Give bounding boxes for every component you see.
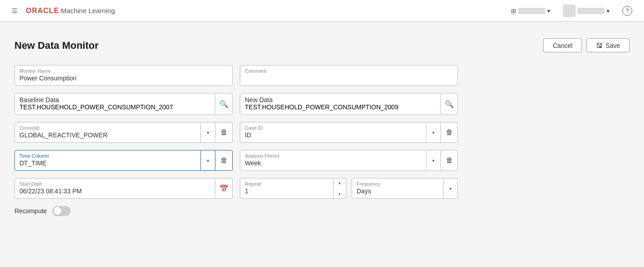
baseline-data-field: Baseline Data bbox=[14, 93, 215, 115]
analysis-period-value: Week bbox=[245, 159, 261, 167]
header-actions: Cancel 🖫 Save bbox=[543, 38, 630, 52]
recompute-label: Recompute bbox=[14, 207, 47, 215]
header-right: ⊞ ▾ ▾ ? bbox=[508, 3, 635, 19]
baseline-data-label: Baseline Data bbox=[19, 96, 59, 103]
page-title: New Data Monitor bbox=[14, 40, 99, 52]
header-left: ☰ ORACLE Machine Learning bbox=[9, 5, 115, 16]
monitor-name-label: Monitor Name bbox=[19, 68, 228, 74]
trash-icon: 🗑 bbox=[446, 156, 453, 164]
recompute-toggle[interactable] bbox=[52, 206, 71, 216]
case-id-delete-button[interactable]: 🗑 bbox=[441, 122, 458, 143]
start-date-group: Start Date 06/22/23 08:41:33 PM 📅 bbox=[14, 178, 233, 199]
frequency-group: Frequency Days ▾ bbox=[352, 178, 458, 199]
toggle-thumb bbox=[53, 207, 62, 215]
save-icon: 🖫 bbox=[596, 42, 603, 49]
repeat-field-inner: Repeat 1 bbox=[240, 178, 334, 199]
search-icon: 🔍 bbox=[219, 100, 229, 108]
chevron-down-icon: ▾ bbox=[432, 130, 434, 135]
analysis-period-group: Analysis Period Week ▾ 🗑 bbox=[240, 150, 458, 171]
repeat-spinners: ▾ ▴ bbox=[334, 178, 346, 199]
user-profile-button[interactable]: ▾ bbox=[560, 3, 612, 19]
calendar-button[interactable]: 📅 bbox=[215, 178, 233, 199]
save-button[interactable]: 🖫 Save bbox=[587, 38, 630, 52]
frequency-value: Days bbox=[357, 187, 371, 195]
baseline-data-group: Baseline Data 🔍 bbox=[14, 93, 233, 115]
page-header: New Data Monitor Cancel 🖫 Save bbox=[14, 38, 630, 52]
case-id-field: Case ID ID bbox=[240, 122, 426, 143]
time-column-group: Time Column DT_TIME ▾ 🗑 bbox=[14, 150, 233, 171]
analysis-period-dropdown-button[interactable]: ▾ bbox=[426, 150, 441, 171]
case-id-value: ID bbox=[245, 131, 251, 139]
oracle-logo: ORACLE Machine Learning bbox=[26, 7, 115, 15]
crosstab-delete-button[interactable]: 🗑 bbox=[215, 122, 233, 143]
baseline-data-input[interactable] bbox=[19, 103, 210, 111]
repeat-decrement-button[interactable]: ▾ bbox=[334, 178, 346, 188]
chevron-up-icon: ▴ bbox=[339, 191, 341, 196]
app-header: ☰ ORACLE Machine Learning ⊞ ▾ ▾ ? bbox=[0, 0, 644, 22]
comment-label: Comment bbox=[245, 68, 453, 74]
main-content: New Data Monitor Cancel 🖫 Save Monitor N… bbox=[0, 28, 644, 227]
search-icon: 🔍 bbox=[445, 100, 454, 108]
crosstab-label: Crosstab bbox=[19, 125, 196, 131]
chevron-down-icon: ▾ bbox=[432, 158, 434, 163]
analysis-period-field: Analysis Period Week bbox=[240, 150, 426, 171]
recompute-row: Recompute bbox=[14, 206, 630, 216]
trash-icon: 🗑 bbox=[220, 128, 228, 136]
case-id-dropdown-button[interactable]: ▾ bbox=[426, 122, 441, 143]
new-data-input[interactable] bbox=[245, 103, 436, 111]
apps-button[interactable]: ⊞ ▾ bbox=[508, 5, 553, 16]
repeat-freq-group: Repeat 1 ▾ ▴ Frequency Days bbox=[240, 178, 458, 199]
apps-icon: ⊞ bbox=[511, 7, 516, 14]
repeat-label: Repeat bbox=[245, 181, 329, 187]
workspace-placeholder bbox=[518, 8, 545, 14]
new-data-group: New Data 🔍 bbox=[240, 93, 458, 115]
form-grid: Monitor Name Comment Baseline Data 🔍 New… bbox=[14, 65, 458, 199]
crosstab-group: Crosstab GLOBAL_REACTIVE_POWER ▾ 🗑 bbox=[14, 122, 233, 143]
comment-input[interactable] bbox=[245, 75, 453, 82]
crosstab-field: Crosstab GLOBAL_REACTIVE_POWER bbox=[14, 122, 201, 143]
crosstab-dropdown-button[interactable]: ▾ bbox=[201, 122, 215, 143]
case-id-select-row: ID bbox=[245, 131, 421, 139]
chevron-down-icon: ▾ bbox=[449, 186, 452, 191]
ml-text: Machine Learning bbox=[61, 7, 115, 14]
time-column-field: Time Column DT_TIME bbox=[14, 150, 201, 171]
monitor-name-field: Monitor Name bbox=[14, 65, 233, 86]
time-column-label: Time Column bbox=[19, 153, 196, 159]
chevron-down-icon: ▾ bbox=[547, 7, 550, 14]
new-data-field: New Data bbox=[240, 93, 441, 115]
repeat-increment-button[interactable]: ▴ bbox=[334, 188, 346, 198]
help-icon: ? bbox=[622, 6, 632, 16]
crosstab-value: GLOBAL_REACTIVE_POWER bbox=[19, 131, 108, 139]
hamburger-menu-button[interactable]: ☰ bbox=[9, 5, 20, 16]
analysis-period-delete-button[interactable]: 🗑 bbox=[441, 150, 458, 171]
trash-icon: 🗑 bbox=[446, 128, 453, 136]
case-id-group: Case ID ID ▾ 🗑 bbox=[240, 122, 458, 143]
trash-icon: 🗑 bbox=[220, 156, 228, 164]
chevron-down-icon: ▾ bbox=[339, 181, 341, 186]
new-data-search-button[interactable]: 🔍 bbox=[441, 93, 458, 115]
frequency-label: Frequency bbox=[357, 181, 439, 187]
analysis-period-label: Analysis Period bbox=[245, 153, 421, 159]
frequency-field-inner: Frequency Days bbox=[352, 178, 444, 199]
time-column-value: DT_TIME bbox=[19, 159, 47, 167]
chevron-down-icon: ▾ bbox=[207, 130, 209, 135]
calendar-icon: 📅 bbox=[219, 184, 229, 193]
time-column-delete-button[interactable]: 🗑 bbox=[215, 150, 233, 171]
baseline-data-search-button[interactable]: 🔍 bbox=[215, 93, 233, 115]
cancel-button[interactable]: Cancel bbox=[543, 38, 582, 52]
crosstab-select-row: GLOBAL_REACTIVE_POWER bbox=[19, 131, 196, 139]
new-data-label: New Data bbox=[245, 96, 272, 103]
case-id-label: Case ID bbox=[245, 125, 421, 131]
help-button[interactable]: ? bbox=[620, 4, 635, 18]
user-chevron-icon: ▾ bbox=[606, 7, 610, 14]
frequency-dropdown-button[interactable]: ▾ bbox=[444, 178, 458, 199]
username-placeholder bbox=[577, 8, 605, 14]
monitor-name-input[interactable] bbox=[19, 75, 228, 82]
start-date-value: 06/22/23 08:41:33 PM bbox=[19, 187, 82, 195]
comment-field: Comment bbox=[240, 65, 458, 86]
oracle-text: ORACLE bbox=[26, 7, 59, 15]
chevron-down-icon: ▾ bbox=[207, 158, 209, 163]
repeat-group: Repeat 1 ▾ ▴ bbox=[240, 178, 346, 199]
time-column-dropdown-button[interactable]: ▾ bbox=[201, 150, 215, 171]
start-date-label: Start Date bbox=[19, 181, 210, 187]
